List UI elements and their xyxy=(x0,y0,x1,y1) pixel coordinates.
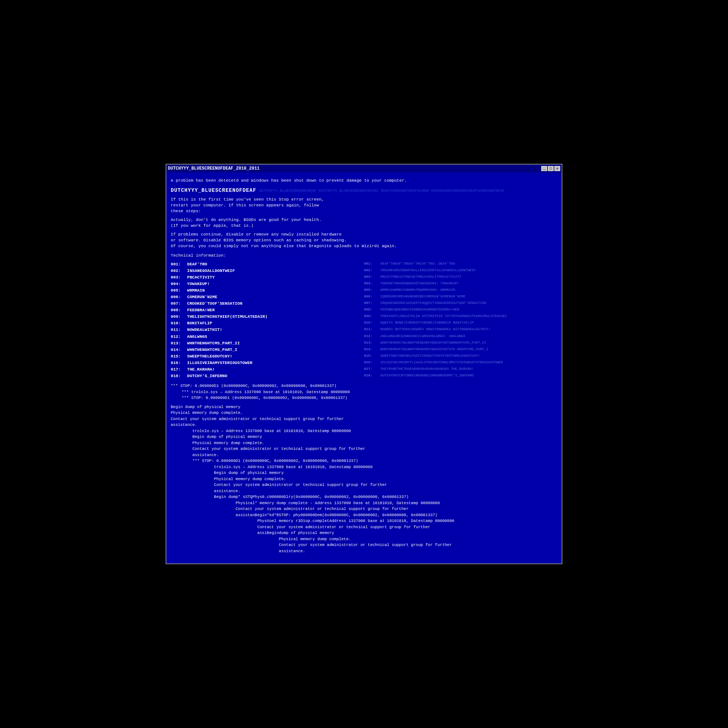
tech-row-left-12: 013:WHNTHENGHTCMS_PART_II xyxy=(171,340,364,347)
tech-row-left-14: 015:SWEEPTHELEGDUTCHY! xyxy=(171,353,364,359)
tech-row-right-11: 012:ANGLWNGABCGZWNGSNC2LWNGSHGLWNG3: ANG… xyxy=(364,333,557,340)
tech-name-right: CRQOKEDROOKE1DZOEETCHQQS1TJONSAEDESSATOO… xyxy=(380,301,486,305)
dump-lines-container: Begin dump of physical memoryPhysical me… xyxy=(171,404,557,554)
tech-row-right-14: 015:SWEETSWET0RDSELFGDITCERDUTCHSTATEETH… xyxy=(364,353,557,359)
first-time-section: If this is the first time you've seen th… xyxy=(171,197,557,214)
tech-name-left: YOWAKEUP! xyxy=(187,281,210,287)
dump-line-3: assistance. xyxy=(171,422,557,428)
tech-name-left: INSANEGOALLDONTWEIF xyxy=(187,268,235,274)
tech-name-right: YOWAKEYOWAKEWDWAKEYOWAKED04: YOWAKEUP! xyxy=(380,281,459,286)
tech-row-left-9: 010:BONITAFLIP xyxy=(171,320,364,327)
dump-line-20: Contact your system administrator or tec… xyxy=(171,524,557,530)
tech-num-right: 016: xyxy=(364,360,380,365)
tech-num-right: 007: xyxy=(364,301,380,305)
maximize-button[interactable]: □ xyxy=(548,166,554,171)
tech-name-right: PBCACTPBCACTPBCSE7PBCAY0OLITPBCACTIVITY xyxy=(380,274,461,279)
tech-row-right-1: 002:INSANEG0023ND0TRALLE0SAID0TALLNTWEDA… xyxy=(364,268,557,274)
tech-name-right: WHNTHEMGHCTWLNWHTHENGHEPABGHIPARTSTH RNG… xyxy=(380,347,488,352)
tech-num-right: 012: xyxy=(364,334,380,338)
stop-line: *** STOP: 0.000000D1 (0x0000000C, 0x0000… xyxy=(171,383,557,401)
tech-name-left: WRMRAIN xyxy=(187,288,205,294)
tech-num-right: 009: xyxy=(364,314,380,318)
tech-num-right: 006: xyxy=(364,294,380,299)
dump-line-11: Begin dump of physical memory xyxy=(171,470,557,476)
tech-info-label: Technical information: xyxy=(171,252,557,258)
first-time-text: If this is the first time you've seen th… xyxy=(171,197,324,213)
tech-row-right-12: 013:WHNTHEMGHCTWLNWHTHENGHEPABGHIPARTSWR… xyxy=(364,340,557,347)
tech-name-left: DUTCHY'S_INFERNO xyxy=(187,373,227,379)
tech-row-right-0: 001:DEAF'TROAF'TROAF'TRCAF'TRO: DEAF'TRO xyxy=(364,261,557,268)
problems-text: If problems continue, disable or remove … xyxy=(171,232,397,248)
tech-row-right-8: 009:THEDIGHTLINGLETHLIN GSTIMSTEID TATTD… xyxy=(364,314,557,320)
tech-name-left: SWEEPTHELEGDUTCHY! xyxy=(187,353,232,359)
main-title-ghost: DUTCHYYY_BLUESCREENOFDEAF DUTCHYYY_BLUES… xyxy=(259,188,505,194)
tech-num-right: 004: xyxy=(364,281,380,286)
tech-num-left: 005: xyxy=(171,288,187,294)
tech-row-left-1: 002:INSANEGOALLDONTWEIF xyxy=(171,268,364,274)
tech-num-right: 001: xyxy=(364,262,380,266)
dump-line-14: assistance. xyxy=(171,488,557,494)
tech-row-right-9: 010:BQNITA BONEJTABONIPTABONEJTABONEIP B… xyxy=(364,320,557,327)
tech-row-right-16: 017:THE7RARETHE7RAEARARARARARAARARARA TH… xyxy=(364,366,557,373)
tech-row-left-8: 009:THELIGHTNINGTHIEF(STIMULATEDAIR) xyxy=(171,314,364,320)
tech-row-left-4: 005:WRMRAIN xyxy=(171,287,364,294)
tech-name-right: DUTCHYDGTCM7CBRGINERGNG13RNOBRSERMY'S_IN… xyxy=(380,373,474,378)
tech-name-right: SWEETSWET0RDSELFGDITCERDUTCHSTATEETHRELE… xyxy=(380,353,480,358)
tech-num-right: 013: xyxy=(364,340,380,345)
dump-line-12: Physical memory dump complete. xyxy=(171,476,557,482)
tech-num-left: 011: xyxy=(171,327,187,333)
intro-text: A problem has been detecetd and Windows … xyxy=(171,177,557,184)
tech-num-left: 009: xyxy=(171,314,187,320)
tech-row-right-10: 011:NOWDEA NOTIERALNOWDEA NDWITHNOWDEA W… xyxy=(364,327,557,333)
tech-num-right: 002: xyxy=(364,268,380,273)
titlebar: DUTCHYYY_BLUESCREENOFDEAF_2010_2011 _ □ … xyxy=(166,165,562,173)
dump-line-16: Physical* memory dump complete - Address… xyxy=(171,500,557,506)
dump-line-6: Physical memory dump complete. xyxy=(171,440,557,446)
titlebar-buttons: _ □ ✕ xyxy=(541,166,560,171)
tech-num-right: 010: xyxy=(364,320,380,325)
tech-name-right: BQNITA BONEJTABONIPTABONEJTABONEIP BONIT… xyxy=(380,320,474,325)
tech-row-right-17: 018:DUTCHYDGTCM7CBRGINERGNG13RNOBRSERMY'… xyxy=(364,373,557,379)
tech-name-left: COMERUN'N2ME xyxy=(187,294,217,300)
tech-num-left: 001: xyxy=(171,262,187,267)
tech-row-right-4: 005:WRMEAIWRMRAINNRMATRWRMRAD05: WRMRAIN xyxy=(364,287,557,294)
tech-num-left: 012: xyxy=(171,334,187,340)
trololo-text: *** trololo.sys – Address 1337000 base a… xyxy=(171,389,557,395)
tech-row-left-15: 016:ILLUSIVEINAMYSTERIOUSTOWER xyxy=(171,359,364,366)
dump-line-23: Contact your system administrator or tec… xyxy=(171,542,557,548)
tech-name-left: WHNTHENGHTCMS_PART_II xyxy=(187,340,240,346)
dump-line-19: PhysXoel memory r3D1op.completAddress 13… xyxy=(171,518,557,524)
tech-row-left-2: 003:PBCACTIVITY xyxy=(171,274,364,281)
tech-num-left: 006: xyxy=(171,294,187,300)
dump-line-13: Contact your system administrator or tec… xyxy=(171,482,557,488)
tech-num-left: 017: xyxy=(171,367,187,372)
tech-num-right: 015: xyxy=(364,353,380,358)
tech-name-left: CROOKED'TOOF'SENSATION xyxy=(187,301,242,306)
tech-name-left: THE_RARARA! xyxy=(187,367,215,372)
tech-name-left: ANGLWNGS xyxy=(187,334,207,340)
tech-num-left: 007: xyxy=(171,301,187,306)
main-title: DUTCHYYY_BLUESCREENOFDEAF xyxy=(171,187,256,194)
tech-name-right: INSANEG0023ND0TRALLE0SAID0TALLNTWEDALLDO… xyxy=(380,268,476,273)
dump-line-2: Contact your system administrator or tec… xyxy=(171,416,557,422)
tech-num-left: 015: xyxy=(171,353,187,359)
bsod-content[interactable]: A problem has been detecetd and Windows … xyxy=(166,173,562,563)
tech-label: Technical information: xyxy=(171,253,226,258)
tech-row-left-13: 014:WHNTHENGHTCMS_PART_I xyxy=(171,347,364,353)
tech-row-left-16: 017:THE_RARARA! xyxy=(171,366,364,373)
advice-text: Actually, don't do anything. BSODs are g… xyxy=(171,217,321,228)
tech-name-right: WRMEAIWRMRAINNRMATRWRMRAD05: WRMRAIN xyxy=(380,288,455,292)
dump-line-8: assistance. xyxy=(171,452,557,458)
tech-num-left: 008: xyxy=(171,307,187,313)
tech-row-right-6: 007:CRQOKEDROOKE1DZOEETCHQQS1TJONSAEDESS… xyxy=(364,300,557,307)
minimize-button[interactable]: _ xyxy=(541,166,547,171)
tech-row-right-3: 004:YOWAKEYOWAKEWDWAKEYOWAKED04: YOWAKEU… xyxy=(364,281,557,287)
tech-num-right: 008: xyxy=(364,307,380,312)
tech-row-right-13: 014:WHNTHEMGHCTWLNWHTHENGHEPABGHIPARTSTH… xyxy=(364,347,557,353)
tech-name-right: ANGLWNGABCGZWNGSNC2LWNGSHGLWNG3: ANGLWNG… xyxy=(380,334,466,338)
tech-row-right-2: 003:PBCACTPBCACTPBCSE7PBCAY0OLITPBCACTIV… xyxy=(364,274,557,281)
tech-name-right: THEDIGHTLINGLETHLIN GSTIMSTEID TATTDTNIR… xyxy=(380,314,507,318)
dump-line-21: assiBegindump of physical memory xyxy=(171,530,557,536)
close-button[interactable]: ✕ xyxy=(554,166,560,171)
stop-text-1: *** STOP: 0.000000D1 (0x0000000C, 0x0000… xyxy=(171,383,557,389)
